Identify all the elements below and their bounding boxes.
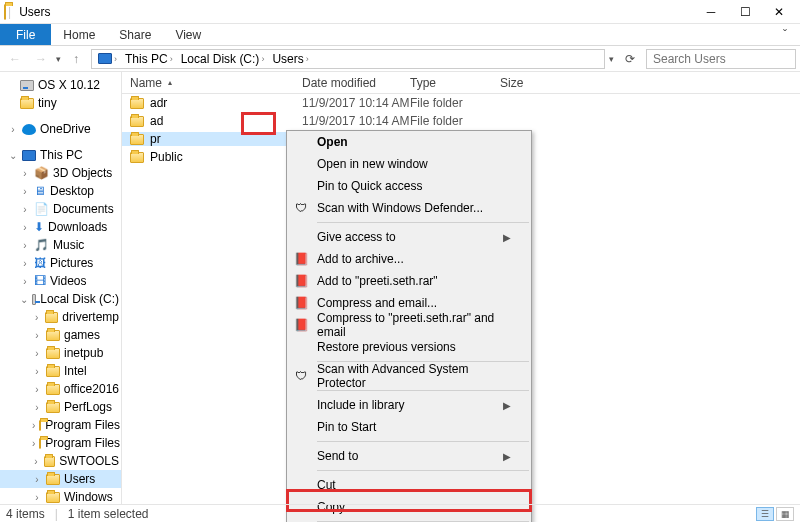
library-icon: 🖥 bbox=[34, 184, 46, 198]
close-button[interactable]: ✕ bbox=[762, 2, 796, 22]
library-icon: 📄 bbox=[34, 202, 49, 216]
folder-icon bbox=[39, 438, 41, 449]
tree-item[interactable]: ›Intel bbox=[0, 362, 121, 380]
submenu-arrow-icon: ▶ bbox=[503, 451, 511, 462]
window-title: Users bbox=[19, 5, 50, 19]
ribbon-expand-button[interactable]: ˇ bbox=[770, 24, 800, 45]
pc-icon bbox=[98, 53, 112, 64]
folder-icon bbox=[46, 330, 60, 341]
breadcrumb-dropdown[interactable]: ▾ bbox=[609, 54, 614, 64]
tree-item[interactable]: ›🎵Music bbox=[0, 236, 121, 254]
folder-icon bbox=[46, 384, 60, 395]
folder-icon bbox=[45, 312, 58, 323]
col-date[interactable]: Date modified bbox=[302, 76, 410, 90]
tree-item[interactable]: ›Users bbox=[0, 470, 121, 488]
tree-item[interactable]: ›Program Files bbox=[0, 416, 121, 434]
ctx-add-archive[interactable]: 📕Add to archive... bbox=[287, 248, 531, 270]
column-headers: Name ▴ Date modified Type Size bbox=[122, 72, 800, 94]
navigation-tree[interactable]: OS X 10.12 tiny ›OneDrive ⌄This PC ›📦3D … bbox=[0, 72, 122, 504]
onedrive-icon bbox=[22, 124, 36, 135]
nav-back-button[interactable]: ← bbox=[4, 48, 26, 70]
ctx-cut[interactable]: Cut bbox=[287, 474, 531, 496]
ctx-pin-start[interactable]: Pin to Start bbox=[287, 416, 531, 438]
tree-item[interactable]: ›inetpub bbox=[0, 344, 121, 362]
table-row[interactable]: ad11/9/2017 10:14 AMFile folder bbox=[122, 112, 800, 130]
library-icon: 📦 bbox=[34, 166, 49, 180]
ctx-add-rar[interactable]: 📕Add to "preeti.seth.rar" bbox=[287, 270, 531, 292]
breadcrumb[interactable]: › This PC› Local Disk (C:)› Users› bbox=[91, 49, 605, 69]
tab-share[interactable]: Share bbox=[107, 24, 163, 45]
ctx-asp-scan[interactable]: 🛡Scan with Advanced System Protector bbox=[287, 365, 531, 387]
tree-item[interactable]: ›PerfLogs bbox=[0, 398, 121, 416]
tab-view[interactable]: View bbox=[163, 24, 213, 45]
folder-icon bbox=[130, 134, 144, 145]
search-input[interactable] bbox=[646, 49, 796, 69]
ctx-open[interactable]: Open bbox=[287, 131, 531, 153]
sort-caret-icon: ▴ bbox=[168, 78, 172, 87]
tree-item-localdisk[interactable]: ⌄Local Disk (C:) bbox=[0, 290, 121, 308]
tree-item[interactable]: OS X 10.12 bbox=[0, 76, 121, 94]
folder-icon bbox=[44, 456, 55, 467]
archive-icon: 📕 bbox=[293, 295, 309, 311]
nav-history-dropdown[interactable]: ▾ bbox=[56, 54, 61, 64]
folder-icon bbox=[46, 348, 60, 359]
library-icon: 🎞 bbox=[34, 274, 46, 288]
tree-item[interactable]: ›games bbox=[0, 326, 121, 344]
tree-item[interactable]: tiny bbox=[0, 94, 121, 112]
breadcrumb-segment[interactable]: Users bbox=[272, 52, 303, 66]
tree-item[interactable]: ›🖼Pictures bbox=[0, 254, 121, 272]
shield-icon: 🛡 bbox=[293, 368, 309, 384]
tree-item[interactable]: ›Windows bbox=[0, 488, 121, 504]
folder-icon bbox=[46, 402, 60, 413]
archive-icon: 📕 bbox=[293, 317, 309, 333]
tab-file[interactable]: File bbox=[0, 24, 51, 45]
folder-icon bbox=[20, 98, 34, 109]
drive-icon bbox=[32, 294, 36, 305]
status-selected-count: 1 item selected bbox=[68, 507, 149, 521]
library-icon: ⬇ bbox=[34, 220, 44, 234]
col-name[interactable]: Name ▴ bbox=[122, 76, 302, 90]
qat-divider: | bbox=[8, 5, 11, 19]
ctx-include-library[interactable]: Include in library▶ bbox=[287, 394, 531, 416]
tree-item[interactable]: ›office2016 bbox=[0, 380, 121, 398]
breadcrumb-segment[interactable]: This PC bbox=[125, 52, 168, 66]
ctx-send-to[interactable]: Send to▶ bbox=[287, 445, 531, 467]
folder-icon bbox=[39, 420, 41, 431]
maximize-button[interactable]: ☐ bbox=[728, 2, 762, 22]
archive-icon: 📕 bbox=[293, 273, 309, 289]
tree-item[interactable]: ›📦3D Objects bbox=[0, 164, 121, 182]
col-type[interactable]: Type bbox=[410, 76, 500, 90]
tab-home[interactable]: Home bbox=[51, 24, 107, 45]
file-list: Name ▴ Date modified Type Size adr11/9/2… bbox=[122, 72, 800, 504]
ctx-open-new-window[interactable]: Open in new window bbox=[287, 153, 531, 175]
ctx-give-access[interactable]: Give access to▶ bbox=[287, 226, 531, 248]
nav-forward-button[interactable]: → bbox=[30, 48, 52, 70]
tree-item[interactable]: ›Program Files bbox=[0, 434, 121, 452]
view-details-button[interactable]: ☰ bbox=[756, 507, 774, 521]
tree-item-onedrive[interactable]: ›OneDrive bbox=[0, 120, 121, 138]
tree-item[interactable]: ›⬇Downloads bbox=[0, 218, 121, 236]
tree-item[interactable]: ›🖥Desktop bbox=[0, 182, 121, 200]
tree-item-thispc[interactable]: ⌄This PC bbox=[0, 146, 121, 164]
tree-item[interactable]: ›📄Documents bbox=[0, 200, 121, 218]
ctx-pin-quick-access[interactable]: Pin to Quick access bbox=[287, 175, 531, 197]
status-item-count: 4 items bbox=[6, 507, 45, 521]
tree-item[interactable]: ›drivertemp bbox=[0, 308, 121, 326]
tree-item[interactable]: ›SWTOOLS bbox=[0, 452, 121, 470]
library-icon: 🎵 bbox=[34, 238, 49, 252]
col-size[interactable]: Size bbox=[500, 76, 560, 90]
ctx-restore-versions[interactable]: Restore previous versions bbox=[287, 336, 531, 358]
ctx-compress-to-email[interactable]: 📕Compress to "preeti.seth.rar" and email bbox=[287, 314, 531, 336]
minimize-button[interactable]: ─ bbox=[694, 2, 728, 22]
tree-item[interactable]: ›🎞Videos bbox=[0, 272, 121, 290]
archive-icon: 📕 bbox=[293, 251, 309, 267]
refresh-button[interactable]: ⟳ bbox=[618, 49, 642, 69]
library-icon: 🖼 bbox=[34, 256, 46, 270]
nav-up-button[interactable]: ↑ bbox=[65, 48, 87, 70]
table-row[interactable]: adr11/9/2017 10:14 AMFile folder bbox=[122, 94, 800, 112]
view-large-icons-button[interactable]: ▦ bbox=[776, 507, 794, 521]
ctx-windows-defender[interactable]: 🛡Scan with Windows Defender... bbox=[287, 197, 531, 219]
context-menu: Open Open in new window Pin to Quick acc… bbox=[286, 130, 532, 522]
breadcrumb-segment[interactable]: Local Disk (C:) bbox=[181, 52, 260, 66]
folder-icon bbox=[130, 98, 144, 109]
